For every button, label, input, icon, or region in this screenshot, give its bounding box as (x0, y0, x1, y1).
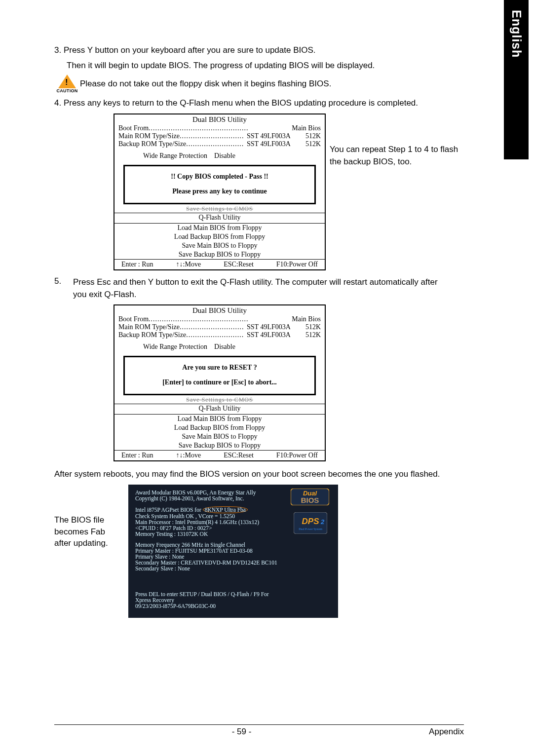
key-esc: ESC:Reset (224, 261, 254, 268)
qflash-title: Q-Flash Utility (114, 213, 325, 222)
mainrom-label: Main ROM Type/Size (118, 132, 180, 140)
wide-label: Wide Range Protection (143, 152, 207, 159)
bios2-title: Dual BIOS Utility (114, 305, 325, 315)
boot-l11: Secondary Master : CREATIVEDVD-RM DVD124… (135, 560, 331, 566)
menu-load-main[interactable]: Load Main BIOS from Floppy (114, 224, 325, 232)
step-3-line1: 3. Press Y button on your keyboard after… (54, 44, 464, 57)
svg-text:DPS: DPS (302, 517, 320, 526)
step-5-num: 5. (54, 276, 66, 301)
key-move: ↑↓:Move (176, 261, 201, 268)
key-f10: F10:Power Off (276, 261, 318, 268)
step-4: 4. Press any keys to return to the Q-Fla… (54, 97, 464, 110)
boot-l9: Primary Master : FUJITSU MPE3170AT ED-03… (135, 548, 331, 554)
bios-screen-2: Dual BIOS Utility Boot From.............… (114, 304, 326, 461)
step-5-line1: Press Esc and then Y button to exit the … (73, 277, 438, 287)
after-reboot-text: After system reboots, you may find the B… (54, 468, 464, 481)
overlay2-line2: [Enter] to continure or [Esc] to abort..… (127, 378, 312, 386)
obscured-text: Save Settings to CMOS (114, 206, 325, 212)
overlay-message-1: !! Copy BIOS completed - Pass !! Please … (123, 165, 316, 204)
page-footer: - 59 - Appendix (54, 724, 464, 737)
menu-load-backup[interactable]: Load Backup BIOS from Floppy (114, 232, 325, 241)
svg-text:Dual Power System: Dual Power System (299, 528, 322, 530)
boot-l14: Xpress Recovery (135, 597, 331, 603)
boot-from-val: Main Bios (277, 124, 321, 132)
caution-label: CAUTION (56, 88, 77, 93)
language-tab: English (504, 0, 529, 159)
section-name: Appendix (429, 727, 464, 737)
backrom-label: Backup ROM Type/Size (118, 140, 186, 148)
caution-block: CAUTION Please do not take out the flopp… (57, 75, 464, 93)
svg-text:2: 2 (320, 518, 325, 526)
page-number: - 59 - (232, 727, 252, 737)
overlay-line2: Please press any key to continue (127, 188, 312, 195)
mainrom-val: SST 49LF003A (247, 132, 291, 140)
bios-footer-keys: Enter : Run ↑↓:Move ESC:Reset F10:Power … (114, 259, 325, 269)
language-label: English (509, 0, 524, 58)
boot-l8: Memory Frequency 266 MHz in Single Chann… (135, 542, 331, 548)
circled-version: 8KNXP Ultra Fba (203, 506, 248, 513)
dps-logo: DPS2Dual Power System (294, 512, 327, 535)
overlay-line1: !! Copy BIOS completed - Pass !! (127, 173, 312, 181)
key-enter: Enter : Run (121, 261, 153, 268)
boot-l10: Primary Slave : None (135, 554, 331, 560)
backrom-val: SST 49LF003A (247, 140, 291, 148)
wide-val: Disable (214, 152, 235, 159)
menu-save-main[interactable]: Save Main BIOS to Floppy (114, 241, 325, 250)
bios-file-note: The BIOS file becomes Fab after updating… (54, 485, 119, 549)
boot-screen: DualBIOS DPS2Dual Power System Award Mod… (128, 485, 338, 618)
bios-screen-1: Dual BIOS Utility Boot From.............… (114, 113, 326, 270)
step-3-line2: Then it will begin to update BIOS. The p… (54, 60, 464, 72)
caution-text: Please do not take out the floppy disk w… (80, 78, 331, 90)
overlay-message-2: Are you sure to RESET ? [Enter] to conti… (123, 356, 316, 395)
page-content: 3. Press Y button on your keyboard after… (54, 44, 464, 618)
boot-from-label: Boot From (118, 124, 149, 132)
boot-l15: 09/23/2003-i875P-6A79BG03C-00 (135, 603, 331, 609)
backrom-size: 512K (291, 140, 321, 148)
mainrom-size: 512K (291, 132, 321, 140)
step-5-line2: you exit Q-Flash. (73, 290, 137, 299)
boot-l13: Press DEL to enter SETUP / Dual BIOS / Q… (135, 591, 331, 597)
boot-l12: Secondary Slave : None (135, 566, 331, 571)
dual-bios-logo: DualBIOS (291, 489, 329, 506)
menu-save-backup[interactable]: Save Backup BIOS to Floppy (114, 250, 325, 259)
caution-icon: CAUTION (57, 75, 77, 93)
svg-text:BIOS: BIOS (301, 496, 319, 504)
overlay2-line1: Are you sure to RESET ? (127, 364, 312, 372)
bios-title: Dual BIOS Utility (114, 114, 325, 124)
note-text: You can repeat Step 1 to 4 to flash the … (330, 143, 463, 168)
